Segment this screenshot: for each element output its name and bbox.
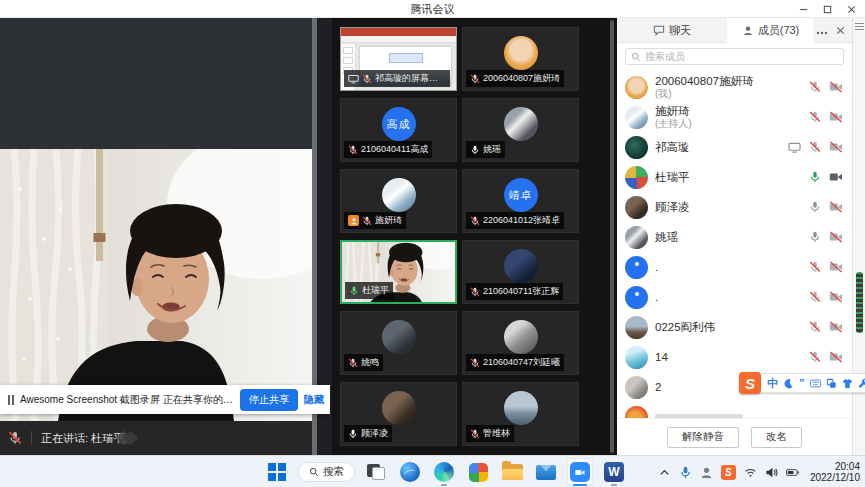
speaker-video-durui-ping [0, 149, 312, 421]
camera-on-icon[interactable] [829, 171, 843, 183]
mic-active-icon[interactable] [809, 171, 821, 183]
mic-muted-icon[interactable] [809, 81, 821, 93]
unmute-button[interactable]: 解除静音 [667, 427, 739, 448]
speaking-status-bar: 正在讲话: 杜瑞平; [0, 421, 312, 455]
tray-sogou-icon[interactable]: S [721, 465, 736, 480]
mic-muted-icon [470, 429, 480, 439]
ime-halfmoon-icon[interactable] [783, 378, 794, 389]
avatar [504, 107, 538, 141]
participant-tile[interactable]: 2106040747刘廷曦 [462, 311, 579, 375]
member-row[interactable]: 杜瑞平 [617, 162, 852, 192]
tray-chevron-up-icon[interactable] [658, 466, 671, 479]
word-app-button[interactable]: W [601, 458, 627, 486]
camera-off-icon[interactable] [829, 351, 843, 363]
member-row[interactable]: 施妍琦 (主持人) [617, 102, 852, 132]
start-button[interactable] [264, 458, 290, 486]
rename-button[interactable]: 改名 [751, 427, 802, 448]
member-row[interactable]: 0225阎利伟 [617, 312, 852, 342]
blue-circle-app-button[interactable] [397, 458, 423, 486]
mic-on-icon[interactable] [809, 231, 821, 243]
member-row-partial[interactable] [617, 402, 852, 418]
task-view-button[interactable] [363, 458, 389, 486]
mail-app-button[interactable] [533, 458, 559, 486]
notification-text: Awesome Screenshot 截图录屏 正在共享你的屏幕和音频。 [20, 393, 234, 407]
ime-settings-wrench-icon[interactable] [858, 378, 865, 389]
edge-browser-button[interactable] [431, 458, 457, 486]
participant-tile-active-speaker[interactable]: 杜瑞平 [340, 240, 457, 304]
avatar [625, 406, 648, 419]
mic-on-icon[interactable] [809, 201, 821, 213]
hide-notification-button[interactable]: 隐藏 [304, 393, 324, 407]
chat-icon [653, 25, 665, 36]
ime-keyboard-icon[interactable] [810, 378, 821, 389]
tray-microphone-icon[interactable] [679, 466, 692, 479]
participant-tile[interactable]: 施妍琦 [340, 169, 457, 233]
camera-off-icon[interactable] [829, 261, 843, 273]
participant-tile[interactable]: 姚瑶 [462, 98, 579, 162]
ime-chinese-mode-icon[interactable]: 中 [767, 378, 778, 389]
camera-off-icon[interactable] [829, 111, 843, 123]
participant-tile[interactable]: 高成 2106040411高成 [340, 98, 457, 162]
tab-chat[interactable]: 聊天 [617, 18, 727, 43]
stop-sharing-button[interactable]: 停止共享 [240, 389, 298, 411]
participant-name: 2106040711张正辉 [483, 285, 559, 298]
member-row[interactable]: . [617, 282, 852, 312]
maximize-button[interactable] [815, 0, 839, 18]
camera-off-icon[interactable] [829, 81, 843, 93]
tencent-meeting-app-button[interactable] [567, 458, 593, 486]
member-row[interactable]: 姚瑶 [617, 222, 852, 252]
member-row[interactable]: 14 [617, 342, 852, 372]
tray-person-icon[interactable] [700, 466, 713, 479]
tab-members[interactable]: 成员(73) [727, 18, 815, 43]
participant-tile[interactable]: 管维林 [462, 382, 579, 446]
participant-tile[interactable]: 姚鸣 [340, 311, 457, 375]
mic-muted-icon[interactable] [809, 321, 821, 333]
mic-muted-icon[interactable] [809, 291, 821, 303]
member-search[interactable] [625, 48, 844, 65]
wifi-icon[interactable] [744, 466, 757, 479]
participant-tile-screenshare[interactable]: 祁高璇的屏幕共享 [340, 27, 457, 91]
camera-off-icon[interactable] [829, 231, 843, 243]
battery-icon[interactable] [786, 466, 799, 479]
sogou-logo-icon[interactable]: S [739, 372, 761, 394]
close-panel-button[interactable] [836, 21, 845, 39]
camera-off-icon[interactable] [829, 321, 843, 333]
member-list[interactable]: 2006040807施妍琦 (我) 施妍琦 (主持人) [617, 72, 852, 418]
grid-scrollbar[interactable] [610, 20, 614, 453]
close-button[interactable] [839, 0, 863, 18]
participant-tile[interactable]: 顾泽凌 [340, 382, 457, 446]
menu-icon[interactable] [855, 23, 864, 30]
taskbar-search[interactable]: 搜索 [298, 462, 355, 482]
camera-off-icon[interactable] [829, 201, 843, 213]
participants-grid: 祁高璇的屏幕共享 2006040807施妍琦 高成 2106040411高成 [332, 18, 617, 455]
member-row[interactable]: 祁高璇 [617, 132, 852, 162]
mic-muted-icon[interactable] [809, 111, 821, 123]
participant-name: 施妍琦 [375, 214, 402, 227]
panel-footer: 解除静音 改名 [617, 418, 852, 455]
edge-icon [434, 462, 454, 482]
participant-tile[interactable]: 2006040807施妍琦 [462, 27, 579, 91]
ime-punctuation-icon[interactable]: ” [799, 378, 805, 389]
mic-muted-icon[interactable] [809, 351, 821, 363]
ime-clipboard-icon[interactable] [826, 378, 837, 389]
blue-circle-app-icon [400, 462, 420, 482]
ime-skin-shirt-icon[interactable] [842, 378, 853, 389]
member-list-scrollbar[interactable] [856, 272, 863, 333]
search-members-input[interactable] [645, 51, 838, 62]
taskbar-clock[interactable]: 20:04 2022/12/10 [810, 461, 860, 484]
participant-tile[interactable]: 2106040711张正辉 [462, 240, 579, 304]
speaker-icon[interactable] [765, 466, 778, 479]
member-row[interactable]: . [617, 252, 852, 282]
mic-muted-icon[interactable] [809, 141, 821, 153]
folder-icon [502, 464, 523, 480]
minimize-button[interactable] [791, 0, 815, 18]
file-explorer-button[interactable] [499, 458, 525, 486]
mic-muted-icon[interactable] [809, 261, 821, 273]
member-row[interactable]: 2006040807施妍琦 (我) [617, 72, 852, 102]
pinwheel-app-button[interactable] [465, 458, 491, 486]
more-options-button[interactable] [816, 21, 828, 39]
member-row[interactable]: 顾泽凌 [617, 192, 852, 222]
camera-off-icon[interactable] [829, 291, 843, 303]
participant-tile[interactable]: 靖卓 2206041012张靖卓 [462, 169, 579, 233]
camera-off-icon[interactable] [829, 141, 843, 153]
